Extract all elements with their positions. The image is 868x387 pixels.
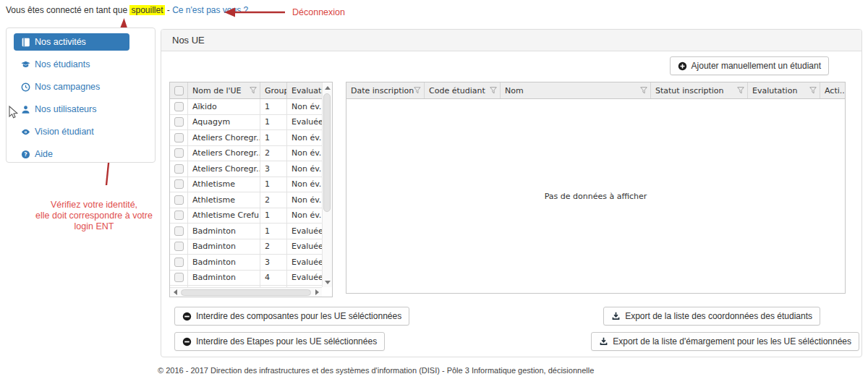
- horizontal-scroll-thumb[interactable]: [181, 289, 311, 296]
- panel-title: Nos UE: [172, 35, 205, 46]
- row-checkbox-cell: [170, 192, 188, 208]
- ue-eval-cell: Evaluée: [287, 224, 322, 239]
- table-row[interactable]: Athletisme 1 Non év...: [170, 177, 322, 193]
- export-attendance-label: Export de la liste d'émargement pour les…: [613, 336, 851, 346]
- vertical-scroll-thumb[interactable]: [323, 93, 331, 212]
- row-checkbox[interactable]: [174, 148, 184, 158]
- table-row[interactable]: Aquagym 1 Evaluée: [170, 115, 322, 131]
- row-checkbox[interactable]: [174, 195, 184, 205]
- row-checkbox-cell: [170, 130, 188, 145]
- scroll-right-button[interactable]: [312, 288, 322, 297]
- sidebar-item-etudiants[interactable]: Nos étudiants: [14, 56, 129, 73]
- ue-eval-cell: Evaluée: [287, 115, 322, 130]
- ue-group-cell: 3: [260, 161, 287, 177]
- user-icon: [21, 105, 30, 114]
- sidebar-item-utilisateurs[interactable]: Nos utilisateurs: [14, 101, 129, 118]
- not-you-link[interactable]: Ce n'est pas vous ?: [172, 5, 248, 15]
- header-nom[interactable]: Nom: [501, 82, 651, 98]
- export-coordinates-label: Export de la liste des coordonnées des é…: [625, 311, 812, 321]
- ue-name-cell: Aquagym: [188, 115, 260, 130]
- table-row[interactable]: Badminton 1 Evaluée: [170, 224, 322, 239]
- row-checkbox[interactable]: [174, 164, 184, 174]
- table-row[interactable]: Athletisme Crefu 1 Non év...: [170, 208, 322, 224]
- row-checkbox[interactable]: [174, 210, 184, 220]
- ue-grid-header: Nom de l'UE Group Evaluati: [170, 82, 332, 99]
- row-checkbox[interactable]: [174, 242, 184, 251]
- scroll-left-button[interactable]: [170, 288, 180, 297]
- row-checkbox[interactable]: [174, 258, 184, 267]
- ue-group-cell: 1: [260, 224, 287, 239]
- header-label: Evalutation: [752, 86, 797, 95]
- ue-name-cell: Badminton: [188, 271, 260, 286]
- ue-name-cell: Ateliers Choregr...: [188, 130, 260, 145]
- forbid-steps-label: Interdire des Etapes pour les UE sélécti…: [196, 336, 377, 346]
- header-actions[interactable]: Acti...: [820, 82, 845, 98]
- export-coordinates-button[interactable]: Export de la liste des coordonnées des é…: [603, 307, 820, 326]
- sidebar-item-campagnes[interactable]: Nos campagnes: [14, 78, 129, 95]
- username-highlight: spouillet: [129, 5, 164, 15]
- row-checkbox[interactable]: [174, 179, 184, 189]
- sidebar-item-label: Aide: [35, 149, 53, 159]
- sidebar-item-label: Nos activités: [35, 37, 86, 47]
- forbid-components-button[interactable]: Interdire des composantes pour les UE sé…: [174, 307, 409, 326]
- table-row[interactable]: Ateliers Choregr... 1 Non év...: [170, 130, 322, 146]
- header-code-etudiant[interactable]: Code étudiant: [425, 82, 501, 98]
- table-row[interactable]: Ateliers Choregr... 3 Non év...: [170, 161, 322, 177]
- row-checkbox[interactable]: [174, 117, 184, 127]
- header-nom-ue[interactable]: Nom de l'UE: [188, 82, 260, 98]
- filter-icon[interactable]: [414, 87, 421, 94]
- add-student-button[interactable]: Ajouter manuellement un étudiant: [670, 56, 829, 75]
- sidebar-item-vision-etudiant[interactable]: Vision étudiant: [14, 123, 129, 140]
- vertical-scrollbar[interactable]: [322, 82, 332, 287]
- header-label: Statut inscription: [655, 86, 724, 95]
- question-circle-icon: ?: [21, 150, 30, 159]
- export-attendance-button[interactable]: Export de la liste d'émargement pour les…: [591, 332, 859, 351]
- sidebar-item-activites[interactable]: Nos activités: [14, 33, 129, 51]
- select-all-checkbox[interactable]: [174, 86, 184, 95]
- row-checkbox-cell: [170, 177, 188, 192]
- annotation-line2: elle doit correspondre à votre: [18, 210, 170, 221]
- ue-eval-cell: Evaluée: [287, 255, 322, 270]
- header-evaluation[interactable]: Evaluati: [287, 82, 322, 98]
- header-evalutation[interactable]: Evalutation: [748, 82, 820, 98]
- table-row[interactable]: Badminton 3 Evaluée: [170, 255, 322, 271]
- filter-icon[interactable]: [809, 87, 817, 94]
- header-label: Code étudiant: [429, 86, 485, 95]
- ue-grid: Nom de l'UE Group Evaluati Aïkido 1 Non …: [169, 82, 333, 297]
- ue-name-cell: Athletisme: [188, 177, 260, 192]
- table-row[interactable]: Badminton 4 Evaluée: [170, 271, 322, 286]
- header-statut-inscription[interactable]: Statut inscription: [651, 82, 748, 98]
- ue-eval-cell: Non év...: [287, 130, 322, 145]
- header-groupe[interactable]: Group: [260, 82, 287, 98]
- ue-name-cell: Athletisme Crefu: [188, 208, 260, 224]
- ue-group-cell: 3: [260, 255, 287, 270]
- filter-icon[interactable]: [250, 87, 257, 94]
- row-checkbox[interactable]: [174, 273, 184, 282]
- table-row[interactable]: Badminton 2 Evaluée: [170, 239, 322, 255]
- row-checkbox-cell: [170, 161, 188, 177]
- horizontal-scrollbar[interactable]: [170, 287, 322, 297]
- table-row[interactable]: Athletisme 2 Non év...: [170, 192, 322, 208]
- filter-icon[interactable]: [737, 87, 744, 94]
- row-checkbox[interactable]: [174, 102, 184, 111]
- forbid-components-label: Interdire des composantes pour les UE sé…: [196, 311, 401, 321]
- row-checkbox[interactable]: [174, 226, 184, 236]
- mouse-cursor-icon: [9, 106, 19, 120]
- ue-group-cell: 1: [260, 208, 287, 224]
- ue-group-cell: 2: [260, 192, 287, 208]
- filter-icon[interactable]: [490, 87, 497, 94]
- table-row[interactable]: Ateliers Choregr... 2 Non év...: [170, 146, 322, 162]
- row-checkbox[interactable]: [174, 133, 184, 143]
- scroll-down-button[interactable]: [323, 277, 332, 287]
- sidebar-item-aide[interactable]: ? Aide: [14, 145, 129, 163]
- ue-eval-cell: Non év...: [287, 146, 322, 161]
- sidebar-item-label: Vision étudiant: [35, 127, 94, 137]
- header-date-inscription[interactable]: Date inscription: [346, 82, 425, 98]
- ue-eval-cell: Non év...: [287, 161, 322, 177]
- forbid-steps-button[interactable]: Interdire des Etapes pour les UE sélécti…: [174, 332, 385, 351]
- ue-group-cell: 2: [260, 239, 287, 255]
- ue-grid-body: Aïkido 1 Non év... Aquagym 1 Evaluée Ate…: [170, 99, 322, 287]
- scroll-up-button[interactable]: [323, 82, 332, 93]
- filter-icon[interactable]: [640, 87, 647, 94]
- table-row[interactable]: Aïkido 1 Non év...: [170, 99, 322, 115]
